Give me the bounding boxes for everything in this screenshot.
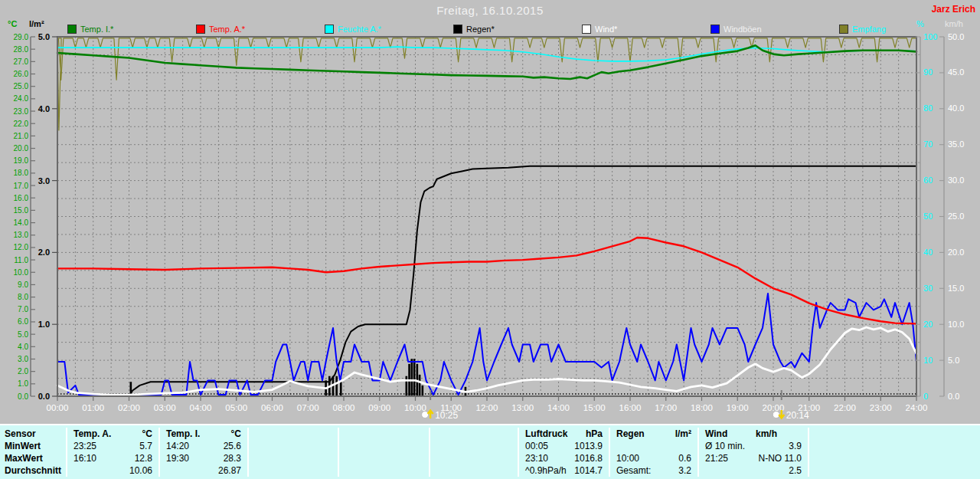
svg-text:1.0: 1.0 <box>38 320 50 329</box>
svg-text:15.0: 15.0 <box>948 284 964 293</box>
svg-text:24:00: 24:00 <box>906 403 928 412</box>
svg-text:6.0: 6.0 <box>18 317 28 326</box>
svg-text:16.0: 16.0 <box>14 194 29 202</box>
svg-text:20.0: 20.0 <box>948 248 964 257</box>
svg-text:22:00: 22:00 <box>834 403 856 412</box>
table-divider <box>247 428 249 477</box>
svg-text:60: 60 <box>923 176 933 185</box>
svg-text:04:00: 04:00 <box>190 403 212 412</box>
svg-text:70: 70 <box>923 139 933 149</box>
svg-text:10: 10 <box>923 356 933 365</box>
svg-text:5.0: 5.0 <box>948 356 959 365</box>
svg-text:35.0: 35.0 <box>948 139 964 149</box>
marker-time-label: 10:25 <box>435 410 458 421</box>
table-value-number: 1016.8 <box>518 452 603 464</box>
svg-text:10.0: 10.0 <box>948 320 964 329</box>
moonrise-icon <box>422 411 433 419</box>
grid-lines <box>57 37 916 396</box>
svg-text:20.0: 20.0 <box>14 144 29 153</box>
series-temp-a <box>57 238 916 323</box>
svg-text:11.0: 11.0 <box>14 256 28 264</box>
svg-text:17:00: 17:00 <box>655 403 677 412</box>
svg-text:29.0: 29.0 <box>14 33 29 41</box>
table-header-unit: km/h <box>697 428 777 440</box>
svg-text:10:00: 10:00 <box>404 403 426 412</box>
svg-text:25.0: 25.0 <box>14 82 29 90</box>
svg-text:45.0: 45.0 <box>948 67 964 77</box>
series-regen <box>57 166 916 396</box>
svg-text:100: 100 <box>923 32 937 41</box>
svg-text:23:00: 23:00 <box>870 403 892 412</box>
svg-text:26.0: 26.0 <box>14 70 29 78</box>
svg-text:3.0: 3.0 <box>38 176 50 185</box>
svg-text:05:00: 05:00 <box>225 403 247 412</box>
table-value-number: 1014.7 <box>518 464 603 477</box>
svg-text:40.0: 40.0 <box>948 103 964 113</box>
svg-text:15.0: 15.0 <box>14 206 29 215</box>
svg-text:19.0: 19.0 <box>14 156 29 165</box>
table-header-unit: hPa <box>518 428 603 440</box>
table-header-unit: °C <box>66 428 152 440</box>
table-header-sensor: Sensor <box>5 428 63 440</box>
rain-axis: 0.01.02.03.04.05.0 <box>38 32 57 401</box>
table-value-number: 3.9 <box>697 440 802 452</box>
svg-text:50.0: 50.0 <box>948 32 964 41</box>
table-header-unit: °C <box>158 428 241 440</box>
table-value-number: 2.5 <box>697 464 802 477</box>
svg-text:21.0: 21.0 <box>14 132 29 140</box>
table-value-number: N-NO 11.0 <box>697 452 802 464</box>
svg-text:13.0: 13.0 <box>14 231 29 239</box>
svg-text:15:00: 15:00 <box>583 403 606 412</box>
table-header-unit: l/m² <box>609 428 691 440</box>
svg-text:4.0: 4.0 <box>38 104 50 113</box>
svg-text:16:00: 16:00 <box>619 403 642 412</box>
svg-text:02:00: 02:00 <box>118 403 140 412</box>
svg-text:0.0: 0.0 <box>18 392 28 401</box>
svg-text:30: 30 <box>923 284 933 293</box>
svg-text:06:00: 06:00 <box>261 403 283 412</box>
table-value-number: 10.06 <box>66 464 152 477</box>
svg-text:4.0: 4.0 <box>18 343 28 351</box>
svg-text:03:00: 03:00 <box>154 403 176 412</box>
svg-text:07:00: 07:00 <box>297 403 319 412</box>
temp-axis: 0.01.02.03.04.05.06.07.08.09.010.011.012… <box>14 33 35 401</box>
svg-text:3.0: 3.0 <box>18 355 28 363</box>
svg-text:20: 20 <box>923 320 933 329</box>
table-divider <box>429 428 430 477</box>
svg-text:5.0: 5.0 <box>38 32 50 41</box>
table-divider <box>338 428 339 477</box>
svg-text:2.0: 2.0 <box>38 248 50 257</box>
svg-text:80: 80 <box>923 103 933 113</box>
svg-text:5.0: 5.0 <box>18 330 28 339</box>
svg-text:9.0: 9.0 <box>18 281 28 289</box>
table-value-number: 3.2 <box>609 464 691 477</box>
svg-text:08:00: 08:00 <box>333 403 355 412</box>
svg-text:0.0: 0.0 <box>948 392 959 401</box>
svg-text:22.0: 22.0 <box>14 120 29 128</box>
svg-text:40: 40 <box>923 248 933 257</box>
svg-text:14.0: 14.0 <box>14 218 29 227</box>
series-temp-i <box>57 45 916 79</box>
svg-text:10.0: 10.0 <box>14 268 29 277</box>
svg-text:30.0: 30.0 <box>948 176 964 185</box>
svg-text:25.0: 25.0 <box>948 212 964 221</box>
weather-app-window: Freitag, 16.10.2015 Jarz Erich °C l/m² %… <box>0 0 980 479</box>
svg-text:0.0: 0.0 <box>38 392 50 401</box>
table-value-number: 1013.9 <box>518 440 603 452</box>
svg-text:01:00: 01:00 <box>82 403 104 412</box>
marker-time-label: 20:14 <box>786 410 809 421</box>
svg-text:09:00: 09:00 <box>368 403 390 412</box>
svg-text:00:00: 00:00 <box>47 403 69 412</box>
svg-text:12:00: 12:00 <box>476 403 498 412</box>
svg-text:27.0: 27.0 <box>14 57 29 66</box>
rain-rate-bars <box>130 359 467 396</box>
table-divider <box>808 428 809 477</box>
svg-text:19:00: 19:00 <box>727 403 749 412</box>
svg-text:14:00: 14:00 <box>547 403 570 412</box>
table-value-number: 25.6 <box>158 440 241 452</box>
table-value-number: 28.3 <box>158 452 241 464</box>
svg-text:13:00: 13:00 <box>511 403 534 412</box>
table-value-number: 0.6 <box>609 452 691 464</box>
svg-text:23.0: 23.0 <box>14 107 29 116</box>
svg-text:18:00: 18:00 <box>691 403 713 412</box>
